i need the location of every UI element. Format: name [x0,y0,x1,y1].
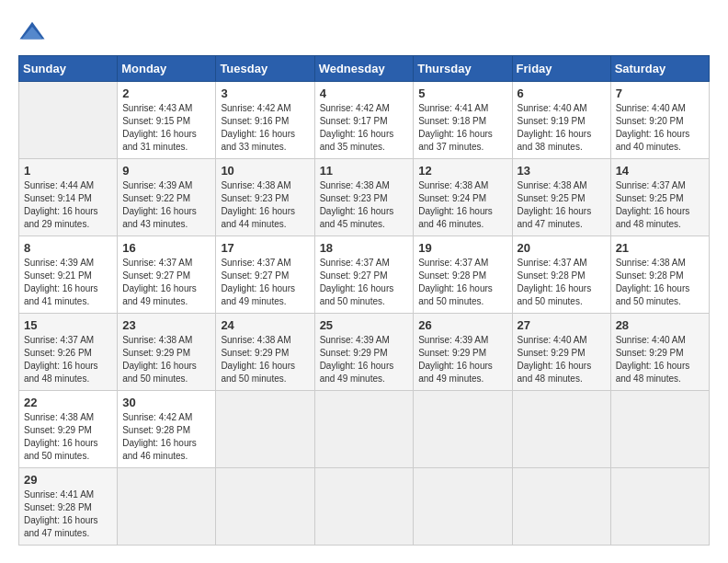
day-info: Sunrise: 4:41 AM Sunset: 9:18 PM Dayligh… [418,102,506,154]
day-header-monday: Monday [118,56,216,82]
calendar-cell: 9Sunrise: 4:39 AM Sunset: 9:22 PM Daylig… [118,159,216,236]
calendar-cell: 23Sunrise: 4:38 AM Sunset: 9:29 PM Dayli… [118,314,216,391]
calendar-cell: 22Sunrise: 4:38 AM Sunset: 9:29 PM Dayli… [19,391,118,468]
calendar-cell: 29Sunrise: 4:41 AM Sunset: 9:28 PM Dayli… [19,468,118,546]
calendar-cell [512,468,610,546]
day-info: Sunrise: 4:40 AM Sunset: 9:19 PM Dayligh… [518,102,606,154]
day-info: Sunrise: 4:39 AM Sunset: 9:29 PM Dayligh… [418,334,506,385]
day-info: Sunrise: 4:37 AM Sunset: 9:26 PM Dayligh… [24,334,112,385]
day-header-sunday: Sunday [19,56,118,82]
day-info: Sunrise: 4:41 AM Sunset: 9:28 PM Dayligh… [24,488,112,540]
day-number: 15 [24,318,112,332]
day-number: 3 [221,86,309,100]
header [18,18,710,46]
calendar-cell: 24Sunrise: 4:38 AM Sunset: 9:29 PM Dayli… [216,314,314,391]
day-number: 5 [418,86,506,100]
day-info: Sunrise: 4:38 AM Sunset: 9:23 PM Dayligh… [221,179,309,231]
day-info: Sunrise: 4:42 AM Sunset: 9:16 PM Dayligh… [221,102,309,154]
calendar-cell: 15Sunrise: 4:37 AM Sunset: 9:26 PM Dayli… [19,314,118,391]
day-number: 25 [320,318,409,332]
calendar-week-5: 22Sunrise: 4:38 AM Sunset: 9:29 PM Dayli… [19,391,710,468]
calendar-cell: 12Sunrise: 4:38 AM Sunset: 9:24 PM Dayli… [414,159,512,236]
calendar-cell: 8Sunrise: 4:39 AM Sunset: 9:21 PM Daylig… [19,236,118,314]
calendar-cell [414,391,512,468]
day-info: Sunrise: 4:44 AM Sunset: 9:14 PM Dayligh… [24,179,112,231]
day-number: 8 [24,241,112,255]
calendar-cell: 10Sunrise: 4:38 AM Sunset: 9:23 PM Dayli… [216,159,314,236]
calendar-cell [314,468,414,546]
day-info: Sunrise: 4:38 AM Sunset: 9:29 PM Dayligh… [221,334,309,385]
calendar-header-row: SundayMondayTuesdayWednesdayThursdayFrid… [19,56,710,82]
day-info: Sunrise: 4:38 AM Sunset: 9:24 PM Dayligh… [418,179,506,231]
calendar-cell [610,391,709,468]
calendar-cell: 21Sunrise: 4:38 AM Sunset: 9:28 PM Dayli… [610,236,709,314]
calendar-cell [216,468,314,546]
day-number: 27 [518,318,606,332]
calendar-cell: 28Sunrise: 4:40 AM Sunset: 9:29 PM Dayli… [610,314,709,391]
day-info: Sunrise: 4:39 AM Sunset: 9:22 PM Dayligh… [122,179,210,231]
day-number: 12 [418,164,506,178]
day-number: 22 [24,396,112,409]
calendar-week-3: 8Sunrise: 4:39 AM Sunset: 9:21 PM Daylig… [19,236,710,314]
calendar-cell [414,468,512,546]
calendar-cell [512,391,610,468]
day-info: Sunrise: 4:37 AM Sunset: 9:27 PM Dayligh… [122,257,210,308]
day-number: 4 [320,86,409,100]
day-info: Sunrise: 4:40 AM Sunset: 9:29 PM Dayligh… [518,334,606,385]
calendar-cell: 11Sunrise: 4:38 AM Sunset: 9:23 PM Dayli… [314,159,414,236]
calendar-cell [19,82,118,159]
calendar-cell: 26Sunrise: 4:39 AM Sunset: 9:29 PM Dayli… [414,314,512,391]
day-info: Sunrise: 4:38 AM Sunset: 9:29 PM Dayligh… [122,334,210,385]
calendar-cell [216,391,314,468]
day-header-thursday: Thursday [414,56,512,82]
calendar-cell [118,468,216,546]
logo-icon [18,18,46,46]
day-info: Sunrise: 4:38 AM Sunset: 9:29 PM Dayligh… [24,411,112,463]
day-number: 24 [221,318,309,332]
day-header-friday: Friday [512,56,610,82]
day-info: Sunrise: 4:37 AM Sunset: 9:25 PM Dayligh… [616,179,704,231]
calendar-week-1: 2Sunrise: 4:43 AM Sunset: 9:15 PM Daylig… [19,82,710,159]
day-info: Sunrise: 4:38 AM Sunset: 9:25 PM Dayligh… [518,179,606,231]
day-info: Sunrise: 4:40 AM Sunset: 9:20 PM Dayligh… [616,102,704,154]
day-info: Sunrise: 4:40 AM Sunset: 9:29 PM Dayligh… [616,334,704,385]
day-info: Sunrise: 4:38 AM Sunset: 9:23 PM Dayligh… [320,179,409,231]
calendar-week-2: 1Sunrise: 4:44 AM Sunset: 9:14 PM Daylig… [19,159,710,236]
day-number: 9 [122,164,210,178]
calendar-cell: 25Sunrise: 4:39 AM Sunset: 9:29 PM Dayli… [314,314,414,391]
day-number: 16 [122,241,210,255]
day-number: 1 [24,164,112,178]
logo [18,18,50,46]
calendar-cell: 4Sunrise: 4:42 AM Sunset: 9:17 PM Daylig… [314,82,414,159]
day-info: Sunrise: 4:37 AM Sunset: 9:28 PM Dayligh… [518,257,606,308]
calendar-cell: 18Sunrise: 4:37 AM Sunset: 9:27 PM Dayli… [314,236,414,314]
calendar-cell: 16Sunrise: 4:37 AM Sunset: 9:27 PM Dayli… [118,236,216,314]
day-info: Sunrise: 4:37 AM Sunset: 9:27 PM Dayligh… [221,257,309,308]
calendar-cell: 14Sunrise: 4:37 AM Sunset: 9:25 PM Dayli… [610,159,709,236]
day-number: 14 [616,164,704,178]
calendar-cell [314,391,414,468]
day-info: Sunrise: 4:42 AM Sunset: 9:17 PM Dayligh… [320,102,409,154]
calendar-cell: 30Sunrise: 4:42 AM Sunset: 9:28 PM Dayli… [118,391,216,468]
day-number: 28 [616,318,704,332]
calendar-cell: 17Sunrise: 4:37 AM Sunset: 9:27 PM Dayli… [216,236,314,314]
calendar-table: SundayMondayTuesdayWednesdayThursdayFrid… [18,55,710,546]
calendar-cell: 3Sunrise: 4:42 AM Sunset: 9:16 PM Daylig… [216,82,314,159]
day-number: 26 [418,318,506,332]
day-info: Sunrise: 4:39 AM Sunset: 9:21 PM Dayligh… [24,257,112,308]
calendar-cell: 6Sunrise: 4:40 AM Sunset: 9:19 PM Daylig… [512,82,610,159]
day-number: 10 [221,164,309,178]
calendar-cell: 13Sunrise: 4:38 AM Sunset: 9:25 PM Dayli… [512,159,610,236]
calendar-cell: 2Sunrise: 4:43 AM Sunset: 9:15 PM Daylig… [118,82,216,159]
day-number: 21 [616,241,704,255]
day-number: 19 [418,241,506,255]
day-number: 29 [24,473,112,487]
day-info: Sunrise: 4:39 AM Sunset: 9:29 PM Dayligh… [320,334,409,385]
day-header-tuesday: Tuesday [216,56,314,82]
day-number: 7 [616,86,704,100]
calendar-cell: 20Sunrise: 4:37 AM Sunset: 9:28 PM Dayli… [512,236,610,314]
calendar-cell: 1Sunrise: 4:44 AM Sunset: 9:14 PM Daylig… [19,159,118,236]
day-header-saturday: Saturday [610,56,709,82]
calendar-cell [610,468,709,546]
day-number: 11 [320,164,409,178]
